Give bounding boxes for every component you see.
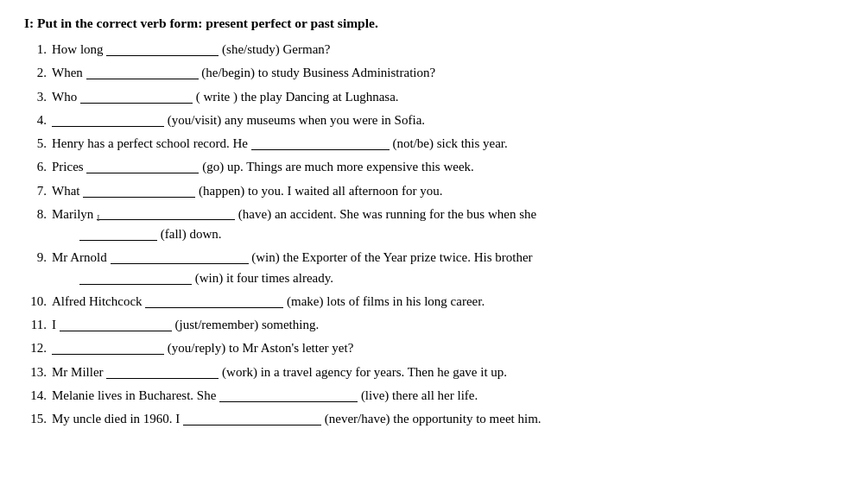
item-number: 14. <box>24 386 47 406</box>
list-item: 9.Mr Arnold (win) the Exporter of the Ye… <box>24 248 844 288</box>
item-content: When (he/begin) to study Business Admini… <box>52 63 844 83</box>
item-suffix: (never/have) the opportunity to meet him… <box>321 412 542 426</box>
list-item: 14.Melanie lives in Bucharest. She (live… <box>24 386 844 406</box>
item-suffix: (you/visit) any museums when you were in… <box>164 113 425 127</box>
answer-line <box>80 91 193 104</box>
list-item: 15.My uncle died in 1960. I (never/have)… <box>24 409 844 429</box>
item-number: 9. <box>24 248 47 268</box>
item-prefix: How long <box>52 42 106 56</box>
item-suffix: (she/study) German? <box>219 42 330 56</box>
item-number: 11. <box>24 315 47 335</box>
item-prefix: My uncle died in 1960. I <box>52 412 183 426</box>
answer-line <box>219 389 358 402</box>
item-prefix: What <box>52 184 83 198</box>
answer-line <box>106 366 219 379</box>
item-prefix: Henry has a perfect school record. He <box>52 136 251 150</box>
item-number: 12. <box>24 338 47 358</box>
item-suffix: (work) in a travel agency for years. The… <box>219 365 507 379</box>
item-content: Mr Miller (work) in a travel agency for … <box>52 362 844 382</box>
answer-line <box>52 114 164 127</box>
answer-line <box>52 342 164 355</box>
answer-line <box>251 137 390 150</box>
item-suffix: (happen) to you. I waited all afternoon … <box>195 184 442 198</box>
item-content: (you/reply) to Mr Aston's letter yet? <box>52 338 844 358</box>
answer-line <box>86 161 199 173</box>
section-title: I: Put in the correct verb form: present… <box>24 16 844 31</box>
list-item: 6.Prices (go) up. Things are much more e… <box>24 157 844 177</box>
item-prefix: Mr Miller <box>52 365 106 379</box>
list-item: 3.Who ( write ) the play Dancing at Lugh… <box>24 87 844 107</box>
item-suffix: (have) an accident. She was running for … <box>235 207 536 221</box>
answer-line <box>60 318 172 331</box>
continuation-suffix: (fall) down. <box>157 227 222 241</box>
item-prefix: Prices <box>52 160 86 173</box>
answer-line-continuation <box>79 228 157 241</box>
item-prefix: Marilyn <box>52 207 97 221</box>
item-suffix: (not/be) sick this year. <box>390 136 508 150</box>
item-prefix: Melanie lives in Bucharest. She <box>52 388 219 402</box>
item-content: How long (she/study) German? <box>52 40 844 60</box>
exercise-list: 1.How long (she/study) German?2.When (he… <box>24 40 844 429</box>
item-suffix: (just/remember) something. <box>172 318 319 331</box>
cursor-marker: I <box>97 212 100 223</box>
item-suffix: (win) the Exporter of the Year prize twi… <box>249 250 533 264</box>
item-suffix: (live) there all her life. <box>358 388 478 402</box>
item-content: Henry has a perfect school record. He (n… <box>52 134 844 154</box>
item-prefix: Alfred Hitchcock <box>52 294 145 308</box>
item-suffix: (make) lots of films in his long career. <box>283 294 485 308</box>
item-content: My uncle died in 1960. I (never/have) th… <box>52 409 844 429</box>
item-number: 13. <box>24 362 47 382</box>
item-number: 5. <box>24 134 47 154</box>
list-item: 11.I (just/remember) something. <box>24 315 844 335</box>
item-number: 2. <box>24 63 47 83</box>
item-content: Alfred Hitchcock (make) lots of films in… <box>52 292 844 312</box>
item-content: Mr Arnold (win) the Exporter of the Year… <box>52 248 844 288</box>
answer-line <box>83 185 195 198</box>
item-suffix: ( write ) the play Dancing at Lughnasa. <box>193 90 399 104</box>
answer-line <box>86 66 199 79</box>
item-content: I (just/remember) something. <box>52 315 844 335</box>
item-number: 1. <box>24 40 47 60</box>
list-item: 1.How long (she/study) German? <box>24 40 844 60</box>
section-container: I: Put in the correct verb form: present… <box>24 16 844 429</box>
item-number: 7. <box>24 181 47 201</box>
list-item: 13.Mr Miller (work) in a travel agency f… <box>24 362 844 382</box>
item-continuation: (fall) down. <box>52 224 844 244</box>
answer-line <box>183 413 321 426</box>
item-content: What (happen) to you. I waited all after… <box>52 181 844 201</box>
item-number: 3. <box>24 87 47 107</box>
item-prefix: I <box>52 318 60 331</box>
answer-line <box>111 251 249 264</box>
item-number: 8. <box>24 205 47 224</box>
item-suffix: (he/begin) to study Business Administrat… <box>199 66 436 79</box>
item-content: Marilyn I (have) an accident. She was ru… <box>52 205 844 245</box>
item-prefix: Mr Arnold <box>52 250 111 264</box>
item-content: Who ( write ) the play Dancing at Lughna… <box>52 87 844 107</box>
list-item: 12. (you/reply) to Mr Aston's letter yet… <box>24 338 844 358</box>
answer-line: I <box>97 207 235 220</box>
answer-line-continuation <box>79 272 192 285</box>
list-item: 10.Alfred Hitchcock (make) lots of films… <box>24 292 844 312</box>
answer-line <box>145 295 283 308</box>
item-content: (you/visit) any museums when you were in… <box>52 110 844 130</box>
list-item: 7.What (happen) to you. I waited all aft… <box>24 181 844 201</box>
item-number: 4. <box>24 110 47 130</box>
list-item: 2.When (he/begin) to study Business Admi… <box>24 63 844 83</box>
item-suffix: (go) up. Things are much more expensive … <box>199 160 473 173</box>
item-continuation: (win) it four times already. <box>52 268 844 288</box>
item-number: 10. <box>24 292 47 312</box>
item-prefix: When <box>52 66 86 79</box>
item-content: Melanie lives in Bucharest. She (live) t… <box>52 386 844 406</box>
item-number: 6. <box>24 157 47 177</box>
item-prefix: Who <box>52 90 80 104</box>
list-item: 5.Henry has a perfect school record. He … <box>24 134 844 154</box>
list-item: 4. (you/visit) any museums when you were… <box>24 110 844 130</box>
continuation-suffix: (win) it four times already. <box>192 271 333 285</box>
item-suffix: (you/reply) to Mr Aston's letter yet? <box>164 341 353 355</box>
item-number: 15. <box>24 409 47 429</box>
list-item: 8.Marilyn I (have) an accident. She was … <box>24 205 844 245</box>
item-content: Prices (go) up. Things are much more exp… <box>52 157 844 177</box>
answer-line <box>106 43 219 56</box>
